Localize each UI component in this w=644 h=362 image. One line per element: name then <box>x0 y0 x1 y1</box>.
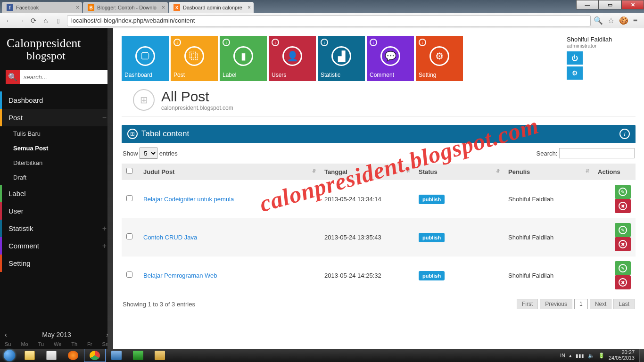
show-desktop-button[interactable] <box>639 349 644 362</box>
row-checkbox[interactable] <box>126 233 132 239</box>
tray-clock[interactable]: 20:27 24/05/2013 <box>609 350 635 361</box>
post-link[interactable]: Belajar Pemrograman Web <box>143 272 217 279</box>
sidebar: Calonpresident blogspot 🔍 Dashboard Post… <box>0 28 113 349</box>
sidebar-resize-handle[interactable] <box>107 28 113 349</box>
select-all-checkbox[interactable] <box>126 168 132 174</box>
window-maximize-button[interactable]: ▭ <box>599 0 621 9</box>
tile-label: Users <box>272 72 313 78</box>
search-button[interactable]: 🔍 <box>6 70 20 84</box>
tray-network-icon[interactable]: ▮▮▮ <box>576 353 584 358</box>
taskbar-app-2[interactable] <box>127 349 149 362</box>
row-checkbox[interactable] <box>126 195 132 201</box>
pager-first[interactable]: First <box>517 299 538 309</box>
tile-post[interactable]: ↓ ⿻ Post <box>171 36 218 81</box>
edit-button[interactable]: ✎ <box>615 223 631 237</box>
arrow-down-icon: ↓ <box>173 39 181 46</box>
tile-comment[interactable]: ↓ 💬 Comment <box>367 36 414 81</box>
sidebar-subitem-tulis-baru[interactable]: Tulis Baru <box>0 126 113 141</box>
tray-lang[interactable]: IN <box>560 353 565 358</box>
sort-icon: ⇵ <box>496 168 500 173</box>
sidebar-search: 🔍 <box>6 70 107 84</box>
bookmark-star-icon[interactable]: ☆ <box>608 16 614 25</box>
close-icon[interactable]: × <box>248 4 251 11</box>
col-tanggal[interactable]: Tanggal⇵ <box>320 164 414 180</box>
pager-last[interactable]: Last <box>613 299 635 309</box>
menu-icon[interactable]: ≡ <box>633 16 637 25</box>
close-icon: ✖ <box>619 240 627 248</box>
page-length-select[interactable]: 5 <box>140 148 157 159</box>
tile-label: Statistic <box>321 72 362 78</box>
taskbar-paint[interactable] <box>149 349 171 362</box>
taskbar-chrome[interactable] <box>84 349 106 362</box>
search-input[interactable] <box>20 70 107 84</box>
delete-button[interactable]: ✖ <box>615 199 631 213</box>
close-icon[interactable]: × <box>76 4 79 11</box>
sidebar-item-post[interactable]: Post− <box>0 109 113 126</box>
tray-up-icon[interactable]: ▴ <box>569 353 572 359</box>
close-icon[interactable]: × <box>162 4 165 11</box>
browser-tab-active[interactable]: X Dasboard admin calonpre × <box>169 2 254 13</box>
sidebar-item-user[interactable]: User <box>0 202 113 220</box>
datatable-controls: Show 5 entries Search: <box>122 143 636 164</box>
edit-button[interactable]: ✎ <box>615 185 631 199</box>
info-icon[interactable]: i <box>619 129 630 139</box>
arrow-down-icon: ↓ <box>419 39 426 46</box>
post-link[interactable]: Belajar Codeigniter untuk pemula <box>143 196 234 203</box>
delete-button[interactable]: ✖ <box>615 275 631 289</box>
tile-dashboard[interactable]: 🖵 Dashboard <box>122 36 169 81</box>
brand-title: Calonpresident <box>0 37 113 49</box>
system-tray: IN ▴ ▮▮▮ 🔈 🔋 20:27 24/05/2013 <box>560 350 639 361</box>
sidebar-item-setting[interactable]: Setting <box>0 255 113 272</box>
taskbar-notepad[interactable] <box>41 349 62 362</box>
tray-volume-icon[interactable]: 🔈 <box>588 353 594 359</box>
tray-battery-icon[interactable]: 🔋 <box>598 353 605 359</box>
pager-page-1[interactable]: 1 <box>574 299 588 309</box>
user-settings-button[interactable]: ⚙ <box>567 66 583 80</box>
delete-button[interactable]: ✖ <box>615 237 631 251</box>
taskbar-app-1[interactable] <box>106 349 127 362</box>
tile-users[interactable]: ↓ 👤 Users <box>269 36 316 81</box>
sidebar-item-comment[interactable]: Comment+ <box>0 237 113 255</box>
browser-tab-facebook[interactable]: f Facebook × <box>2 2 82 13</box>
taskbar-explorer[interactable] <box>19 349 41 362</box>
start-button[interactable] <box>0 349 19 362</box>
pager-prev[interactable]: Previous <box>540 299 572 309</box>
sidebar-item-dashboard[interactable]: Dashboard <box>0 91 113 109</box>
edit-button[interactable]: ✎ <box>615 261 631 275</box>
window-minimize-button[interactable]: — <box>576 0 599 9</box>
back-button[interactable]: ← <box>3 15 15 27</box>
sidebar-subitem-semua-post[interactable]: Semua Post <box>0 141 113 156</box>
cal-prev-icon[interactable]: ‹ <box>5 331 7 338</box>
app-page: Calonpresident blogspot 🔍 Dashboard Post… <box>0 28 644 349</box>
taskbar-firefox[interactable] <box>62 349 84 362</box>
row-checkbox[interactable] <box>126 272 132 278</box>
home-button[interactable]: ⌂ <box>40 15 52 27</box>
post-link[interactable]: Contoh CRUD Java <box>143 234 197 241</box>
browser-tab-blogger[interactable]: B Blogger: Contoh - Downlo × <box>83 2 168 13</box>
sort-icon: ⇵ <box>406 168 410 173</box>
sidebar-item-label[interactable]: Label <box>0 185 113 202</box>
sidebar-subitem-draft[interactable]: Draft <box>0 170 113 185</box>
sidebar-item-statistik[interactable]: Statistik+ <box>0 220 113 237</box>
col-penulis[interactable]: Penulis⇵ <box>504 164 593 180</box>
tile-setting[interactable]: ↓ ⚙ Setting <box>416 36 463 81</box>
tray-date: 24/05/2013 <box>609 355 635 361</box>
pager-next[interactable]: Next <box>590 299 612 309</box>
close-icon: ✖ <box>619 202 627 210</box>
forward-button[interactable]: → <box>15 15 27 27</box>
logout-button[interactable]: ⏻ <box>567 51 583 65</box>
datatable-info: Showing 1 to 3 of 3 entries <box>123 301 195 308</box>
table-icon: ⊞ <box>127 129 138 139</box>
window-close-button[interactable]: ✕ <box>621 0 644 9</box>
col-judul[interactable]: Judul Post⇵ <box>139 164 320 180</box>
zoom-icon[interactable]: 🔍 <box>594 16 603 25</box>
reload-button[interactable]: ⟳ <box>27 15 40 27</box>
datatable-search-input[interactable] <box>559 148 635 158</box>
search-icon: 🔍 <box>8 73 17 82</box>
col-status[interactable]: Status⇵ <box>414 164 504 180</box>
cookie-icon[interactable]: 🍪 <box>619 16 628 25</box>
address-input[interactable] <box>67 15 591 26</box>
tile-label[interactable]: ↓ ▮ Label <box>220 36 267 81</box>
tile-statistic[interactable]: ↓ ▟ Statistic <box>318 36 365 81</box>
sidebar-subitem-diterbitkan[interactable]: Diterbitkan <box>0 156 113 170</box>
